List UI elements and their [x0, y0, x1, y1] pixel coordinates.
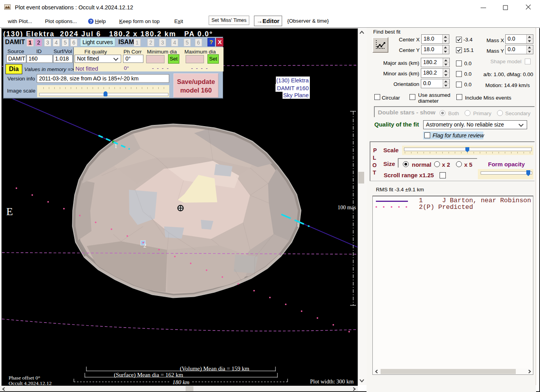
svg-text:(Surface) Mean dia = 162 km: (Surface) Mean dia = 162 km — [114, 372, 183, 378]
svg-text:180 km: 180 km — [172, 379, 190, 385]
svg-text:2: 2 — [143, 242, 147, 249]
svg-text:E: E — [6, 205, 13, 217]
svg-text:(Volume) Mean dia = 159 km: (Volume) Mean dia = 159 km — [180, 365, 249, 372]
svg-text:DAMIT #160: DAMIT #160 — [277, 85, 309, 91]
svg-text:?: ? — [89, 19, 92, 24]
svg-text:1: 1 — [297, 222, 299, 228]
svg-text:1: 1 — [114, 143, 117, 149]
svg-text:Phase offset 0°: Phase offset 0° — [9, 375, 40, 381]
svg-text:Occult 4.2024.12.12: Occult 4.2024.12.12 — [9, 380, 52, 386]
svg-text:(130) Elektra: (130) Elektra — [276, 77, 309, 84]
svg-text:Plot width: 300 km: Plot width: 300 km — [310, 378, 354, 385]
svg-text:100 mas: 100 mas — [338, 205, 356, 210]
svg-text:Sky Plane: Sky Plane — [283, 92, 309, 98]
